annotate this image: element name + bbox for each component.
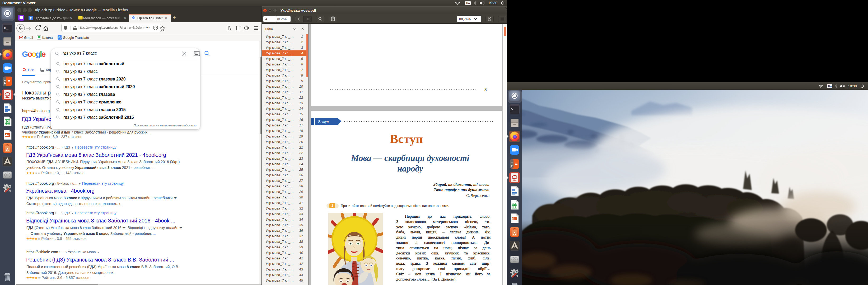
svg-text:En: En (466, 2, 470, 5)
svg-text:19:30: 19:30 (848, 84, 857, 88)
svg-text:En: En (828, 85, 832, 88)
svg-text:19:30: 19:30 (488, 1, 497, 5)
svg-text:Вступ: Вступ (318, 119, 329, 124)
